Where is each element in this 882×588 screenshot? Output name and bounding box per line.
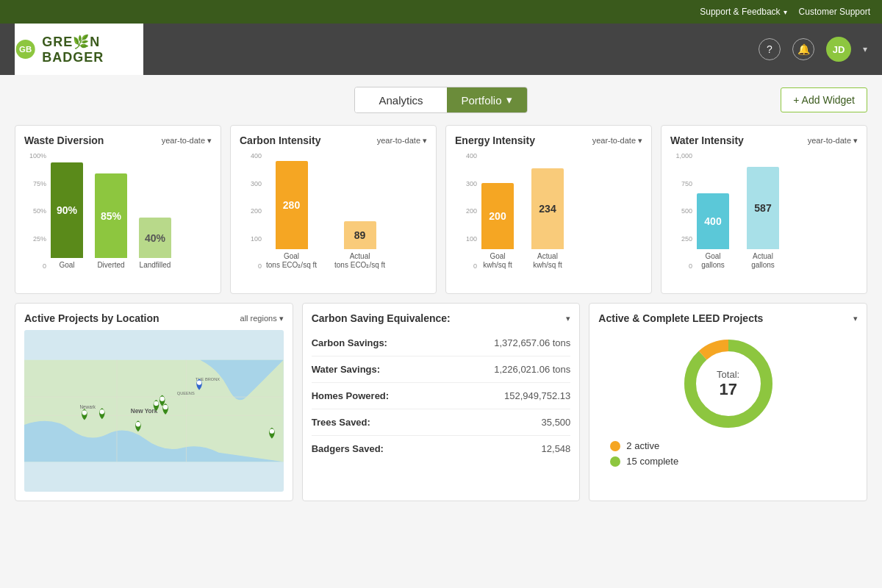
svg-point-14	[160, 396, 165, 401]
header-right: ? 🔔 JD ▾	[759, 37, 867, 62]
energy-bar-actual: 234 Actualkwh/sq ft	[531, 168, 564, 270]
chevron-down-icon: ▾	[279, 314, 284, 323]
donut-container: Total: 17 2 active 15 complete	[598, 330, 858, 467]
waste-title: Waste Diversion	[24, 135, 104, 146]
carbon-intensity-widget: Carbon Intensity year-to-date ▾ 400 300 …	[230, 125, 437, 294]
svg-point-13	[154, 401, 158, 406]
energy-bar-goal: 200 Goalkwh/sq ft	[481, 183, 514, 270]
water-filter[interactable]: year-to-date ▾	[808, 136, 858, 146]
waste-bar-diverted: 85% Diverted	[95, 173, 127, 270]
savings-row-trees: Trees Saved: 35,500	[312, 409, 571, 436]
chevron-down-icon: ▾	[784, 8, 787, 16]
analytics-tab[interactable]: Analytics	[355, 87, 446, 112]
map-filter[interactable]: all regions ▾	[240, 314, 284, 323]
chevron-down-icon: ▾	[207, 136, 212, 146]
legend-complete: 15 complete	[610, 456, 858, 467]
carbon-bar-chart: 280 Goaltons ECO₂/sq ft 89 Actualtons EC…	[240, 152, 427, 270]
water-bar-goal: 400 Goalgallons	[697, 193, 729, 270]
support-feedback-link[interactable]: Support & Feedback ▾	[700, 7, 786, 17]
waste-filter[interactable]: year-to-date ▾	[162, 136, 212, 146]
water-bar-chart: 400 Goalgallons 587 Actualgallons	[670, 152, 858, 270]
logo-icon: GB	[15, 36, 36, 62]
leed-header: Active & Complete LEED Projects ▾	[598, 312, 858, 324]
water-intensity-widget: Water Intensity year-to-date ▾ 1,000 750…	[661, 125, 867, 294]
waste-bar-goal: 90% Goal	[51, 162, 83, 270]
map-header: Active Projects by Location all regions …	[24, 312, 284, 324]
map-container: New York Newark QUEENS THE BRONX	[24, 330, 284, 492]
map-svg: New York Newark QUEENS THE BRONX	[24, 330, 284, 492]
svg-point-17	[197, 380, 201, 384]
top-bar: Support & Feedback ▾ Customer Support	[0, 0, 882, 24]
add-widget-button[interactable]: + Add Widget	[781, 87, 867, 112]
complete-dot	[610, 456, 620, 467]
tab-group: Analytics Portfolio ▾	[354, 87, 527, 113]
donut-center-text: Total: 17	[717, 369, 739, 399]
carbon-title: Carbon Intensity	[240, 135, 320, 146]
logo-text: GRE🌿N BADGER	[42, 34, 143, 65]
leed-widget: Active & Complete LEED Projects ▾	[589, 303, 867, 501]
logo-area: GB GRE🌿N BADGER	[15, 24, 143, 75]
energy-header: Energy Intensity year-to-date ▾	[455, 135, 642, 146]
svg-text:QUEENS: QUEENS	[177, 391, 195, 395]
chevron-down-icon: ▾	[638, 136, 642, 146]
legend-active: 2 active	[610, 440, 858, 451]
toolbar: Analytics Portfolio ▾ + Add Widget	[15, 87, 867, 113]
svg-point-11	[82, 410, 87, 415]
water-title: Water Intensity	[670, 135, 744, 146]
svg-text:New York: New York	[131, 408, 158, 415]
chevron-down-icon: ▾	[853, 136, 858, 146]
svg-point-15	[163, 405, 168, 409]
portfolio-tab[interactable]: Portfolio ▾	[447, 87, 527, 112]
leed-filter[interactable]: ▾	[853, 314, 858, 323]
waste-bar-chart: 90% Goal 85% Diverted 40% Landfilled	[24, 152, 212, 270]
energy-intensity-widget: Energy Intensity year-to-date ▾ 400 300 …	[445, 125, 652, 294]
chevron-down-icon: ▾	[566, 314, 570, 323]
top-widget-row: Waste Diversion year-to-date ▾ 100% 75% …	[15, 125, 867, 294]
savings-row-water: Water Savings: 1,226,021.06 tons	[312, 356, 571, 383]
main-content: Analytics Portfolio ▾ + Add Widget Waste…	[0, 75, 882, 513]
energy-bar-chart: 200 Goalkwh/sq ft 234 Actualkwh/sq ft	[455, 152, 642, 270]
energy-filter[interactable]: year-to-date ▾	[592, 136, 642, 146]
carbon-savings-widget: Carbon Saving Equivalence: ▾ Carbon Savi…	[302, 303, 581, 501]
user-avatar-button[interactable]: JD	[826, 37, 851, 62]
water-bar-actual: 587 Actualgallons	[747, 167, 779, 270]
waste-diversion-widget: Waste Diversion year-to-date ▾ 100% 75% …	[15, 125, 221, 294]
notifications-button[interactable]: 🔔	[792, 38, 814, 60]
leed-title: Active & Complete LEED Projects	[598, 312, 763, 324]
savings-rows: Carbon Savings: 1,372,657.06 tons Water …	[312, 330, 571, 462]
carbon-header: Carbon Intensity year-to-date ▾	[240, 135, 427, 146]
svg-point-16	[136, 422, 140, 426]
carbon-bar-actual: 89 Actualtons ECO₂/sq ft	[334, 221, 385, 270]
savings-row-carbon: Carbon Savings: 1,372,657.06 tons	[312, 330, 571, 356]
savings-filter[interactable]: ▾	[566, 314, 570, 323]
svg-point-12	[100, 409, 104, 414]
svg-point-18	[270, 429, 274, 434]
carbon-bar-goal: 280 Goaltons ECO₂/sq ft	[266, 161, 317, 270]
help-button[interactable]: ?	[759, 38, 781, 60]
map-widget: Active Projects by Location all regions …	[15, 303, 293, 501]
waste-header: Waste Diversion year-to-date ▾	[24, 135, 212, 146]
complete-label: 15 complete	[626, 456, 678, 467]
carbon-filter[interactable]: year-to-date ▾	[377, 136, 427, 146]
savings-row-badgers: Badgers Saved: 12,548	[312, 436, 571, 462]
chevron-down-icon: ▾	[423, 136, 427, 146]
map-title: Active Projects by Location	[24, 312, 159, 324]
bottom-widget-row: Active Projects by Location all regions …	[15, 303, 867, 501]
donut-legend: 2 active 15 complete	[598, 440, 858, 467]
water-header: Water Intensity year-to-date ▾	[670, 135, 858, 146]
active-label: 2 active	[626, 440, 659, 451]
energy-title: Energy Intensity	[455, 135, 535, 146]
customer-support-link[interactable]: Customer Support	[799, 7, 870, 17]
donut-chart: Total: 17	[681, 336, 776, 431]
chevron-down-icon: ▾	[853, 314, 858, 323]
header: GB GRE🌿N BADGER ? 🔔 JD ▾	[0, 24, 882, 75]
active-dot	[610, 441, 620, 451]
savings-row-homes: Homes Powered: 152,949,752.13	[312, 383, 571, 409]
chevron-down-icon: ▾	[506, 93, 512, 107]
savings-title: Carbon Saving Equivalence:	[312, 312, 451, 324]
waste-bar-landfilled: 40% Landfilled	[139, 218, 171, 270]
svg-text:GB: GB	[19, 45, 32, 54]
user-dropdown-arrow[interactable]: ▾	[863, 44, 867, 54]
svg-text:Newark: Newark	[80, 404, 96, 409]
savings-header: Carbon Saving Equivalence: ▾	[312, 312, 571, 324]
